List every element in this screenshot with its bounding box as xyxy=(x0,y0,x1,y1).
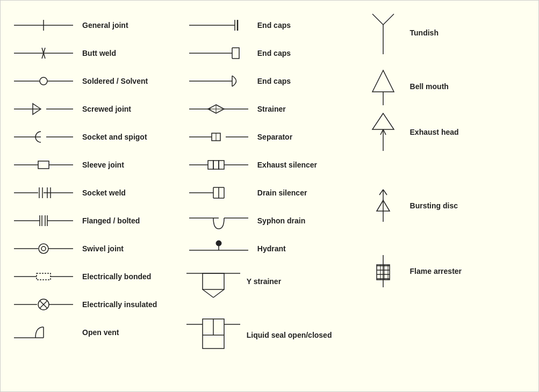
label-end-caps-3: End caps xyxy=(257,77,343,85)
svg-line-85 xyxy=(372,14,383,25)
label-separator: Separator xyxy=(257,133,343,141)
label-strainer: Strainer xyxy=(257,105,343,113)
row-soldered: Soldered / Solvent xyxy=(11,67,186,95)
symbol-exhaust-head xyxy=(362,108,405,156)
symbol-open-vent xyxy=(11,322,76,343)
symbol-exhaust-silencer xyxy=(186,154,251,176)
label-syphon-drain: Syphon drain xyxy=(257,216,343,225)
column-1: General joint Butt weld xyxy=(11,11,186,381)
row-general-joint: General joint xyxy=(11,11,186,39)
label-flanged-bolted: Flanged / bolted xyxy=(82,216,168,225)
row-sleeve-joint: Sleeve joint xyxy=(11,151,186,179)
symbol-end-caps-3 xyxy=(186,70,251,92)
row-syphon-drain: Syphon drain xyxy=(186,207,362,235)
label-open-vent: Open vent xyxy=(82,328,168,337)
svg-line-97 xyxy=(383,190,387,195)
row-col3-empty1 xyxy=(362,54,528,65)
row-col3-empty2 xyxy=(362,156,528,184)
row-elec-bonded: Electrically bonded xyxy=(11,263,186,291)
svg-point-74 xyxy=(216,241,221,246)
row-flanged-bolted: Flanged / bolted xyxy=(11,207,186,235)
label-exhaust-head: Exhaust head xyxy=(405,128,528,136)
row-bursting-disc: Bursting disc xyxy=(362,184,528,227)
row-exhaust-silencer: Exhaust silencer xyxy=(186,151,362,179)
row-exhaust-head: Exhaust head xyxy=(362,108,528,156)
svg-line-96 xyxy=(379,190,383,195)
label-elec-insulated: Electrically insulated xyxy=(82,300,168,309)
symbol-bell-mouth xyxy=(362,65,405,108)
svg-marker-88 xyxy=(372,70,394,92)
svg-point-31 xyxy=(41,246,46,251)
symbol-end-caps-1 xyxy=(186,14,251,36)
symbol-end-caps-2 xyxy=(186,42,251,64)
svg-rect-34 xyxy=(37,273,51,280)
symbol-drain-silencer xyxy=(186,182,251,204)
svg-rect-62 xyxy=(219,161,224,169)
symbol-liquid-seal xyxy=(186,316,240,354)
content: General joint Butt weld xyxy=(11,11,528,381)
row-empty-col2 xyxy=(186,300,362,316)
label-socket-weld: Socket weld xyxy=(82,188,168,197)
label-elec-bonded: Electrically bonded xyxy=(82,272,168,281)
symbol-y-strainer xyxy=(186,263,240,300)
symbol-hydrant xyxy=(186,238,251,259)
row-end-caps-1: End caps xyxy=(186,11,362,39)
svg-line-86 xyxy=(383,14,394,25)
symbol-sleeve-joint xyxy=(11,154,76,176)
symbol-socket-weld xyxy=(11,182,76,204)
label-general-joint: General joint xyxy=(82,21,168,30)
symbol-screwed-joint xyxy=(11,98,76,120)
symbol-general-joint xyxy=(11,14,76,36)
label-exhaust-silencer: Exhaust silencer xyxy=(257,161,343,169)
label-sleeve-joint: Sleeve joint xyxy=(82,161,168,169)
label-socket-spigot: Socket and spigot xyxy=(82,133,168,141)
column-2: End caps End caps xyxy=(186,11,362,381)
label-end-caps-2: End caps xyxy=(257,49,343,57)
label-screwed-joint: Screwed joint xyxy=(82,105,168,113)
svg-point-6 xyxy=(40,77,47,85)
row-socket-spigot: Socket and spigot xyxy=(11,123,186,151)
row-drain-silencer: Drain silencer xyxy=(186,179,362,207)
row-socket-weld: Socket weld xyxy=(11,179,186,207)
label-bell-mouth: Bell mouth xyxy=(405,82,528,91)
label-soldered: Soldered / Solvent xyxy=(82,77,168,85)
label-y-strainer: Y strainer xyxy=(247,277,333,286)
row-hydrant: Hydrant xyxy=(186,235,362,263)
symbol-butt-weld xyxy=(11,42,76,64)
svg-marker-90 xyxy=(372,113,394,129)
symbol-separator xyxy=(186,126,251,148)
svg-rect-61 xyxy=(213,161,219,169)
label-hydrant: Hydrant xyxy=(257,244,343,253)
row-strainer: Strainer xyxy=(186,95,362,123)
svg-point-30 xyxy=(39,244,48,253)
svg-rect-60 xyxy=(208,161,213,169)
row-y-strainer: Y strainer xyxy=(186,263,362,300)
label-butt-weld: Butt weld xyxy=(82,49,168,57)
row-bell-mouth: Bell mouth xyxy=(362,65,528,108)
row-liquid-seal: Liquid seal open/closed xyxy=(186,316,362,354)
page: General joint Butt weld xyxy=(0,0,539,392)
svg-rect-14 xyxy=(38,161,49,169)
row-butt-weld: Butt weld xyxy=(11,39,186,67)
label-drain-silencer: Drain silencer xyxy=(257,188,343,197)
row-flame-arrester: Flame arrester xyxy=(362,255,528,287)
label-tundish: Tundish xyxy=(405,28,528,37)
row-tundish: Tundish xyxy=(362,11,528,54)
label-flame-arrester: Flame arrester xyxy=(405,267,528,275)
label-bursting-disc: Bursting disc xyxy=(405,201,528,210)
symbol-flanged-bolted xyxy=(11,210,76,231)
svg-line-78 xyxy=(213,289,224,297)
symbol-elec-bonded xyxy=(11,266,76,287)
row-end-caps-2: End caps xyxy=(186,39,362,67)
symbol-swivel-joint xyxy=(11,238,76,259)
symbol-bursting-disc xyxy=(362,184,405,227)
label-end-caps-1: End caps xyxy=(257,21,343,30)
symbol-flame-arrester xyxy=(362,255,405,287)
svg-rect-76 xyxy=(203,273,224,289)
symbol-syphon-drain xyxy=(186,210,251,231)
label-liquid-seal: Liquid seal open/closed xyxy=(247,331,333,339)
svg-line-77 xyxy=(203,289,213,297)
row-open-vent: Open vent xyxy=(11,318,186,346)
row-elec-insulated: Electrically insulated xyxy=(11,291,186,318)
row-col3-empty3 xyxy=(362,227,528,255)
